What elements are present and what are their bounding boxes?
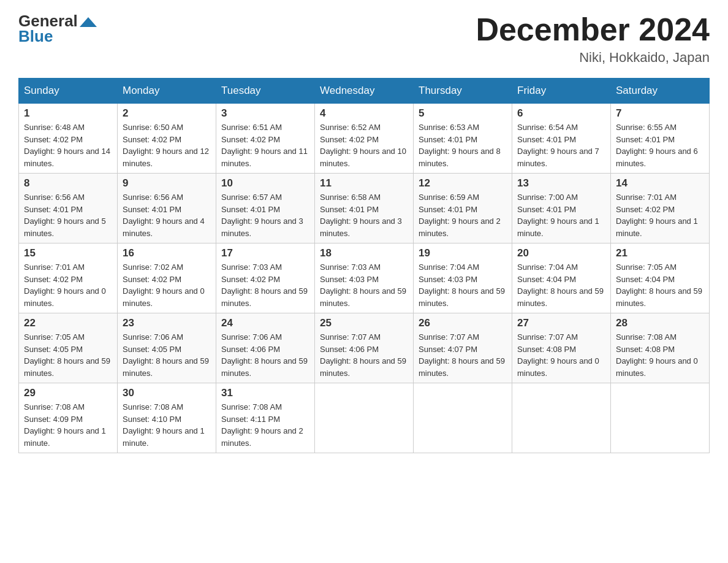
month-title: December 2024 [476, 12, 710, 47]
calendar-cell: 16 Sunrise: 7:02 AMSunset: 4:02 PMDaylig… [118, 243, 216, 313]
calendar-cell: 6 Sunrise: 6:54 AMSunset: 4:01 PMDayligh… [512, 104, 611, 174]
day-number: 1 [24, 107, 112, 120]
day-info: Sunrise: 7:05 AMSunset: 4:04 PMDaylight:… [616, 262, 702, 308]
day-number: 30 [123, 387, 211, 399]
weekday-header: Tuesday [216, 79, 315, 104]
day-number: 9 [123, 177, 211, 190]
day-number: 6 [517, 107, 605, 120]
day-info: Sunrise: 6:59 AMSunset: 4:01 PMDaylight:… [419, 193, 501, 238]
day-info: Sunrise: 7:08 AMSunset: 4:09 PMDaylight:… [24, 402, 106, 448]
day-number: 5 [419, 107, 507, 120]
day-number: 21 [616, 247, 704, 259]
day-number: 31 [221, 387, 309, 399]
day-number: 27 [517, 317, 605, 329]
calendar-cell: 18 Sunrise: 7:03 AMSunset: 4:03 PMDaylig… [315, 243, 414, 313]
day-number: 17 [221, 247, 309, 259]
weekday-header-row: SundayMondayTuesdayWednesdayThursdayFrid… [19, 79, 710, 104]
day-info: Sunrise: 6:54 AMSunset: 4:01 PMDaylight:… [517, 123, 599, 168]
day-number: 8 [24, 177, 112, 190]
calendar-cell: 15 Sunrise: 7:01 AMSunset: 4:02 PMDaylig… [19, 243, 118, 313]
calendar-cell [512, 383, 611, 453]
day-number: 16 [123, 247, 211, 259]
calendar-cell: 13 Sunrise: 7:00 AMSunset: 4:01 PMDaylig… [512, 174, 611, 243]
calendar-cell [315, 383, 414, 453]
calendar-cell: 7 Sunrise: 6:55 AMSunset: 4:01 PMDayligh… [611, 104, 710, 174]
calendar-cell: 30 Sunrise: 7:08 AMSunset: 4:10 PMDaylig… [118, 383, 216, 453]
calendar-week-row: 29 Sunrise: 7:08 AMSunset: 4:09 PMDaylig… [19, 383, 710, 453]
day-number: 24 [221, 317, 309, 329]
calendar-cell: 24 Sunrise: 7:06 AMSunset: 4:06 PMDaylig… [216, 313, 315, 383]
calendar-cell: 5 Sunrise: 6:53 AMSunset: 4:01 PMDayligh… [414, 104, 512, 174]
day-info: Sunrise: 6:53 AMSunset: 4:01 PMDaylight:… [419, 123, 501, 168]
day-number: 25 [320, 317, 408, 329]
day-info: Sunrise: 6:51 AMSunset: 4:02 PMDaylight:… [221, 123, 308, 168]
weekday-header: Sunday [19, 79, 118, 104]
day-info: Sunrise: 6:48 AMSunset: 4:02 PMDaylight:… [24, 123, 110, 168]
calendar-week-row: 1 Sunrise: 6:48 AMSunset: 4:02 PMDayligh… [19, 104, 710, 174]
calendar-cell: 21 Sunrise: 7:05 AMSunset: 4:04 PMDaylig… [611, 243, 710, 313]
day-number: 20 [517, 247, 605, 259]
calendar-cell: 29 Sunrise: 7:08 AMSunset: 4:09 PMDaylig… [19, 383, 118, 453]
day-number: 22 [24, 317, 112, 329]
weekday-header: Thursday [414, 79, 512, 104]
calendar-cell: 28 Sunrise: 7:08 AMSunset: 4:08 PMDaylig… [611, 313, 710, 383]
day-info: Sunrise: 7:08 AMSunset: 4:08 PMDaylight:… [616, 332, 698, 378]
day-info: Sunrise: 7:01 AMSunset: 4:02 PMDaylight:… [24, 262, 106, 308]
calendar-cell: 20 Sunrise: 7:04 AMSunset: 4:04 PMDaylig… [512, 243, 611, 313]
calendar-cell: 19 Sunrise: 7:04 AMSunset: 4:03 PMDaylig… [414, 243, 512, 313]
day-info: Sunrise: 7:08 AMSunset: 4:10 PMDaylight:… [123, 402, 205, 448]
day-number: 15 [24, 247, 112, 259]
calendar-cell: 14 Sunrise: 7:01 AMSunset: 4:02 PMDaylig… [611, 174, 710, 243]
day-info: Sunrise: 7:08 AMSunset: 4:11 PMDaylight:… [221, 402, 303, 448]
calendar-cell: 8 Sunrise: 6:56 AMSunset: 4:01 PMDayligh… [19, 174, 118, 243]
day-info: Sunrise: 6:58 AMSunset: 4:01 PMDaylight:… [320, 193, 402, 238]
day-info: Sunrise: 6:56 AMSunset: 4:01 PMDaylight:… [24, 193, 106, 238]
day-number: 14 [616, 177, 704, 190]
day-info: Sunrise: 6:56 AMSunset: 4:01 PMDaylight:… [123, 193, 205, 238]
calendar-cell: 10 Sunrise: 6:57 AMSunset: 4:01 PMDaylig… [216, 174, 315, 243]
day-number: 2 [123, 107, 211, 120]
day-number: 11 [320, 177, 408, 190]
weekday-header: Saturday [611, 79, 710, 104]
calendar-week-row: 8 Sunrise: 6:56 AMSunset: 4:01 PMDayligh… [19, 174, 710, 243]
calendar-cell: 27 Sunrise: 7:07 AMSunset: 4:08 PMDaylig… [512, 313, 611, 383]
day-info: Sunrise: 6:52 AMSunset: 4:02 PMDaylight:… [320, 123, 406, 168]
calendar-week-row: 15 Sunrise: 7:01 AMSunset: 4:02 PMDaylig… [19, 243, 710, 313]
logo: General Blue [18, 12, 97, 45]
day-info: Sunrise: 6:50 AMSunset: 4:02 PMDaylight:… [123, 123, 209, 168]
calendar-cell [414, 383, 512, 453]
calendar-cell: 17 Sunrise: 7:03 AMSunset: 4:02 PMDaylig… [216, 243, 315, 313]
logo-text-blue: Blue [18, 28, 97, 45]
title-area: December 2024 Niki, Hokkaido, Japan [476, 12, 710, 66]
weekday-header: Wednesday [315, 79, 414, 104]
calendar-cell: 23 Sunrise: 7:06 AMSunset: 4:05 PMDaylig… [118, 313, 216, 383]
day-info: Sunrise: 7:06 AMSunset: 4:05 PMDaylight:… [123, 332, 209, 378]
weekday-header: Monday [118, 79, 216, 104]
location: Niki, Hokkaido, Japan [476, 50, 710, 66]
calendar-cell: 22 Sunrise: 7:05 AMSunset: 4:05 PMDaylig… [19, 313, 118, 383]
day-number: 28 [616, 317, 704, 329]
day-info: Sunrise: 7:07 AMSunset: 4:06 PMDaylight:… [320, 332, 406, 378]
calendar-cell: 3 Sunrise: 6:51 AMSunset: 4:02 PMDayligh… [216, 104, 315, 174]
weekday-header: Friday [512, 79, 611, 104]
day-number: 12 [419, 177, 507, 190]
calendar-cell: 2 Sunrise: 6:50 AMSunset: 4:02 PMDayligh… [118, 104, 216, 174]
day-number: 13 [517, 177, 605, 190]
calendar-cell: 11 Sunrise: 6:58 AMSunset: 4:01 PMDaylig… [315, 174, 414, 243]
calendar-cell: 31 Sunrise: 7:08 AMSunset: 4:11 PMDaylig… [216, 383, 315, 453]
day-info: Sunrise: 7:04 AMSunset: 4:04 PMDaylight:… [517, 262, 604, 308]
page-header: General Blue December 2024 Niki, Hokkaid… [18, 12, 710, 66]
day-info: Sunrise: 7:04 AMSunset: 4:03 PMDaylight:… [419, 262, 505, 308]
day-info: Sunrise: 7:01 AMSunset: 4:02 PMDaylight:… [616, 193, 698, 238]
day-number: 26 [419, 317, 507, 329]
day-number: 29 [24, 387, 112, 399]
day-number: 4 [320, 107, 408, 120]
day-number: 3 [221, 107, 309, 120]
day-info: Sunrise: 7:02 AMSunset: 4:02 PMDaylight:… [123, 262, 205, 308]
calendar-cell: 4 Sunrise: 6:52 AMSunset: 4:02 PMDayligh… [315, 104, 414, 174]
day-info: Sunrise: 7:06 AMSunset: 4:06 PMDaylight:… [221, 332, 308, 378]
day-number: 19 [419, 247, 507, 259]
day-info: Sunrise: 6:55 AMSunset: 4:01 PMDaylight:… [616, 123, 698, 168]
day-number: 18 [320, 247, 408, 259]
calendar-cell: 9 Sunrise: 6:56 AMSunset: 4:01 PMDayligh… [118, 174, 216, 243]
